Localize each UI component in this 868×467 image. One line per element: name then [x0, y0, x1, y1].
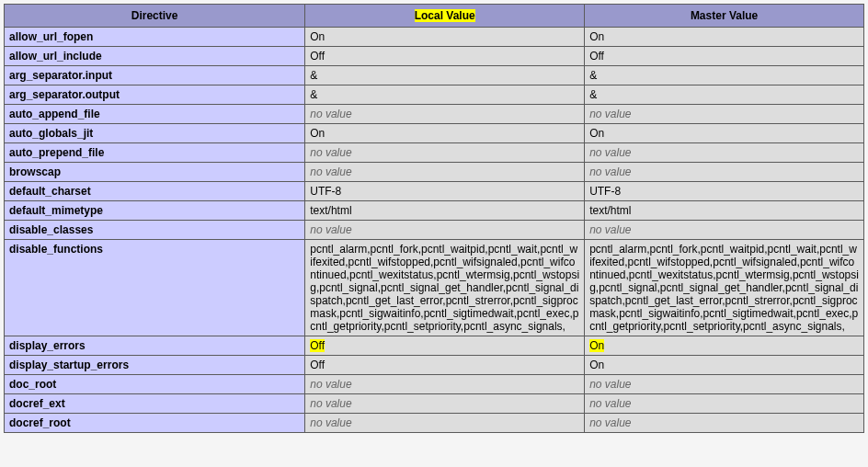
- local-value: text/html: [305, 201, 585, 221]
- table-row: docref_rootno valueno value: [5, 414, 864, 433]
- table-row: display_errorsOffOn: [5, 336, 864, 356]
- local-value: &: [305, 85, 585, 105]
- table-row: doc_rootno valueno value: [5, 375, 864, 394]
- table-row: default_charsetUTF-8UTF-8: [5, 182, 864, 201]
- master-value: no value: [585, 394, 864, 414]
- local-value: no value: [305, 143, 585, 163]
- table-row: auto_append_fileno valueno value: [5, 105, 864, 124]
- table-row: allow_url_fopenOnOn: [5, 28, 864, 47]
- directive-name: disable_classes: [5, 221, 305, 240]
- master-value: no value: [585, 143, 864, 163]
- local-value: Off: [305, 336, 585, 356]
- local-value: Off: [305, 47, 585, 66]
- directive-name: docref_ext: [5, 394, 305, 414]
- directive-name: docref_root: [5, 414, 305, 433]
- master-value: On: [585, 336, 864, 356]
- master-value: text/html: [585, 201, 864, 221]
- directive-name: allow_url_include: [5, 47, 305, 66]
- local-value: no value: [305, 163, 585, 182]
- master-value: no value: [585, 414, 864, 433]
- master-value: no value: [585, 375, 864, 394]
- table-body: allow_url_fopenOnOnallow_url_includeOffO…: [5, 28, 864, 433]
- table-row: auto_prepend_fileno valueno value: [5, 143, 864, 163]
- directive-name: arg_separator.output: [5, 85, 305, 105]
- master-value: &: [585, 85, 864, 105]
- local-value: no value: [305, 414, 585, 433]
- table-row: arg_separator.output&&: [5, 85, 864, 105]
- master-value: On: [585, 28, 864, 47]
- local-value: On: [305, 124, 585, 143]
- local-value: no value: [305, 221, 585, 240]
- master-value: no value: [585, 105, 864, 124]
- table-row: docref_extno valueno value: [5, 394, 864, 414]
- master-value: no value: [585, 163, 864, 182]
- directive-name: disable_functions: [5, 240, 305, 336]
- table-row: display_startup_errorsOffOn: [5, 356, 864, 375]
- table-row: disable_functionspcntl_alarm,pcntl_fork,…: [5, 240, 864, 336]
- master-value: &: [585, 66, 864, 85]
- directive-name: default_mimetype: [5, 201, 305, 221]
- directive-name: display_startup_errors: [5, 356, 305, 375]
- directive-name: display_errors: [5, 336, 305, 356]
- directive-name: auto_prepend_file: [5, 143, 305, 163]
- local-value: no value: [305, 105, 585, 124]
- master-value: On: [585, 124, 864, 143]
- php-config-table: Directive Local Value Master Value allow…: [4, 4, 864, 433]
- directive-name: doc_root: [5, 375, 305, 394]
- master-value: Off: [585, 47, 864, 66]
- directive-name: arg_separator.input: [5, 66, 305, 85]
- directive-name: allow_url_fopen: [5, 28, 305, 47]
- local-value: no value: [305, 394, 585, 414]
- table-row: arg_separator.input&&: [5, 66, 864, 85]
- table-header: Directive Local Value Master Value: [5, 5, 864, 28]
- table-row: disable_classesno valueno value: [5, 221, 864, 240]
- table-row: allow_url_includeOffOff: [5, 47, 864, 66]
- directive-name: auto_globals_jit: [5, 124, 305, 143]
- master-value: UTF-8: [585, 182, 864, 201]
- master-value: pcntl_alarm,pcntl_fork,pcntl_waitpid,pcn…: [585, 240, 864, 336]
- local-value: UTF-8: [305, 182, 585, 201]
- header-master-value: Master Value: [585, 5, 864, 28]
- master-value: no value: [585, 221, 864, 240]
- local-value: On: [305, 28, 585, 47]
- table-row: default_mimetypetext/htmltext/html: [5, 201, 864, 221]
- directive-name: browscap: [5, 163, 305, 182]
- directive-name: auto_append_file: [5, 105, 305, 124]
- header-directive: Directive: [5, 5, 305, 28]
- header-local-value: Local Value: [305, 5, 585, 28]
- master-value: On: [585, 356, 864, 375]
- local-value: no value: [305, 375, 585, 394]
- directive-name: default_charset: [5, 182, 305, 201]
- local-value: pcntl_alarm,pcntl_fork,pcntl_waitpid,pcn…: [305, 240, 585, 336]
- table-row: browscapno valueno value: [5, 163, 864, 182]
- local-value: &: [305, 66, 585, 85]
- table-row: auto_globals_jitOnOn: [5, 124, 864, 143]
- local-value: Off: [305, 356, 585, 375]
